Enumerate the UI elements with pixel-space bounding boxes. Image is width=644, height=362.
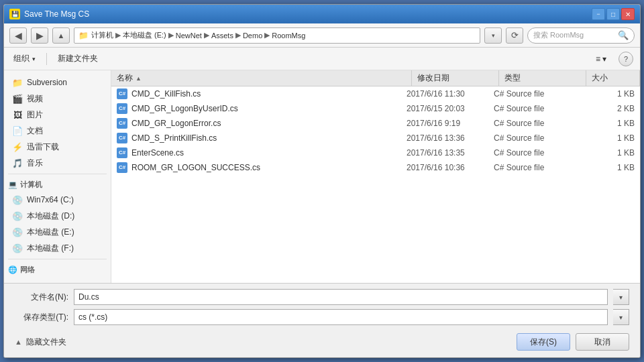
file-icon: C# xyxy=(117,147,127,158)
address-dropdown-button[interactable]: ▾ xyxy=(484,27,502,44)
view-button[interactable]: ≡ ▾ xyxy=(592,53,610,65)
disk-f-icon: 💿 xyxy=(12,243,23,253)
header-date[interactable]: 修改日期 xyxy=(412,70,499,86)
button-row: ▲ 隐藏文件夹 保存(S) 取消 xyxy=(15,329,629,352)
file-name: CMD_C_KillFish.cs xyxy=(131,89,407,99)
filetype-dropdown-button[interactable]: ▾ xyxy=(613,309,629,325)
forward-button[interactable]: ▶ xyxy=(31,27,48,44)
search-placeholder: 搜索 RoomMsg xyxy=(533,30,615,40)
sidebar-item-disk-e[interactable]: 💿 本地磁盘 (E:) xyxy=(4,224,111,240)
sidebar-item-disk-f[interactable]: 💿 本地磁盘 (F:) xyxy=(4,240,111,256)
file-area: 名称 ▲ 修改日期 类型 大小 C# CMD_C_KillFish.cs xyxy=(111,70,640,283)
sidebar-item-images[interactable]: 🖼 图片 xyxy=(4,107,111,123)
up-button[interactable]: ▲ xyxy=(52,27,70,44)
organize-button[interactable]: 组织 ▾ xyxy=(11,52,38,66)
sidebar-label-disk-e: 本地磁盘 (E:) xyxy=(27,227,74,238)
file-name: ROOM_GR_LOGON_SUCCESS.cs xyxy=(131,163,407,172)
header-type-label: 类型 xyxy=(504,72,521,84)
address-bar[interactable]: 📁 计算机 ▶ 本地磁盘 (E:) ▶ NewNet ▶ Assets ▶ De… xyxy=(74,27,480,44)
cancel-button[interactable]: 取消 xyxy=(576,333,629,351)
action-separator xyxy=(46,53,47,65)
sidebar-label-computer: 计算机 xyxy=(20,180,42,190)
file-name: EnterScene.cs xyxy=(131,148,407,158)
file-icon: C# xyxy=(117,118,127,129)
file-icon: C# xyxy=(117,162,127,173)
dialog-buttons: 保存(S) 取消 xyxy=(517,333,629,351)
file-date: 2017/6/16 13:35 xyxy=(407,148,494,158)
header-name[interactable]: 名称 ▲ xyxy=(111,70,412,86)
back-button[interactable]: ◀ xyxy=(9,27,27,44)
disk-d-icon: 💿 xyxy=(12,210,23,221)
sidebar-item-win7x64[interactable]: 💿 Win7x64 (C:) xyxy=(4,192,111,208)
sidebar-label-disk-f: 本地磁盘 (F:) xyxy=(27,243,74,254)
hide-folder-toggle[interactable]: ▲ 隐藏文件夹 xyxy=(15,337,66,348)
maximize-button[interactable]: □ xyxy=(606,8,620,20)
file-size: 1 KB xyxy=(581,119,635,128)
sidebar-label-images: 图片 xyxy=(27,109,43,121)
address-parts: 📁 计算机 ▶ 本地磁盘 (E:) ▶ NewNet ▶ Assets ▶ De… xyxy=(78,30,305,40)
sidebar-item-thunder[interactable]: ⚡ 迅雷下载 xyxy=(4,139,111,155)
file-date: 2017/6/16 11:30 xyxy=(407,89,494,99)
sidebar-label-disk-d: 本地磁盘 (D:) xyxy=(27,210,74,222)
help-button[interactable]: ? xyxy=(619,52,633,66)
sidebar-label-music: 音乐 xyxy=(27,158,43,169)
cs-file-icon: C# xyxy=(117,147,127,158)
subversion-icon: 📁 xyxy=(12,77,23,88)
table-row[interactable]: C# CMD_S_PrintKillFish.cs 2017/6/16 13:3… xyxy=(111,131,640,145)
file-size: 1 KB xyxy=(581,163,635,172)
sidebar-label-network: 网络 xyxy=(20,265,35,275)
search-box[interactable]: 搜索 RoomMsg 🔍 xyxy=(527,27,635,44)
sidebar-item-music[interactable]: 🎵 音乐 xyxy=(4,155,111,171)
save-dialog: 💾 Save The Msg CS － □ ✕ ◀ ▶ ▲ 📁 计算机 ▶ 本地… xyxy=(3,4,641,358)
file-size: 1 KB xyxy=(581,148,635,158)
file-type: C# Source file xyxy=(494,89,581,99)
minimize-button[interactable]: － xyxy=(592,8,605,20)
bottom-panel: 文件名(N): ▾ 保存类型(T): ▾ ▲ 隐藏文件夹 保存(S) 取消 xyxy=(4,283,640,357)
filename-dropdown-button[interactable]: ▾ xyxy=(613,289,629,305)
filetype-label: 保存类型(T): xyxy=(15,312,68,323)
sidebar-divider-2 xyxy=(8,259,107,259)
sidebar-item-documents[interactable]: 📄 文档 xyxy=(4,123,111,139)
file-size: 1 KB xyxy=(581,89,635,99)
table-row[interactable]: C# EnterScene.cs 2017/6/16 13:35 C# Sour… xyxy=(111,145,640,160)
cs-file-icon: C# xyxy=(117,162,127,173)
navigation-toolbar: ◀ ▶ ▲ 📁 计算机 ▶ 本地磁盘 (E:) ▶ NewNet ▶ Asset… xyxy=(4,23,640,48)
table-row[interactable]: C# ROOM_GR_LOGON_SUCCESS.cs 2017/6/16 10… xyxy=(111,160,640,175)
images-icon: 🖼 xyxy=(12,109,23,120)
header-size[interactable]: 大小 xyxy=(586,70,640,86)
sidebar-item-videos[interactable]: 🎬 视频 xyxy=(4,90,111,107)
save-button[interactable]: 保存(S) xyxy=(517,333,570,351)
close-button[interactable]: ✕ xyxy=(621,8,635,20)
main-content: 📁 Subversion 🎬 视频 🖼 图片 📄 文档 ⚡ 迅雷下载 🎵 xyxy=(4,70,640,283)
file-size: 2 KB xyxy=(581,104,635,113)
file-type: C# Source file xyxy=(494,119,581,128)
disk-e-icon: 💿 xyxy=(12,227,23,237)
filetype-input[interactable] xyxy=(74,309,608,325)
header-size-label: 大小 xyxy=(592,72,608,84)
table-row[interactable]: C# CMD_GR_LogonError.cs 2017/6/16 9:19 C… xyxy=(111,116,640,131)
file-date: 2017/6/16 9:19 xyxy=(407,119,494,128)
thunder-icon: ⚡ xyxy=(12,141,23,152)
file-type: C# Source file xyxy=(494,104,581,113)
dialog-icon: 💾 xyxy=(9,9,20,19)
new-folder-label: 新建文件夹 xyxy=(58,53,98,64)
sidebar-label-videos: 视频 xyxy=(27,93,43,105)
header-type[interactable]: 类型 xyxy=(499,70,586,86)
new-folder-button[interactable]: 新建文件夹 xyxy=(55,52,101,66)
table-row[interactable]: C# CMD_GR_LogonByUserID.cs 2017/6/15 20:… xyxy=(111,101,640,116)
file-name: CMD_S_PrintKillFish.cs xyxy=(131,133,407,143)
table-row[interactable]: C# CMD_C_KillFish.cs 2017/6/16 11:30 C# … xyxy=(111,86,640,101)
file-type: C# Source file xyxy=(494,148,581,158)
cs-file-icon: C# xyxy=(117,103,127,114)
music-icon: 🎵 xyxy=(12,158,23,168)
organize-label: 组织 xyxy=(13,53,30,64)
filetype-row: 保存类型(T): ▾ xyxy=(15,309,629,325)
filename-input[interactable] xyxy=(74,289,608,305)
refresh-button[interactable]: ⟳ xyxy=(506,27,523,44)
file-icon: C# xyxy=(117,103,127,114)
file-icon: C# xyxy=(117,88,127,99)
sidebar-item-subversion[interactable]: 📁 Subversion xyxy=(4,74,111,90)
sidebar-label-documents: 文档 xyxy=(27,125,43,137)
header-date-label: 修改日期 xyxy=(417,72,449,84)
sidebar-item-disk-d[interactable]: 💿 本地磁盘 (D:) xyxy=(4,208,111,224)
